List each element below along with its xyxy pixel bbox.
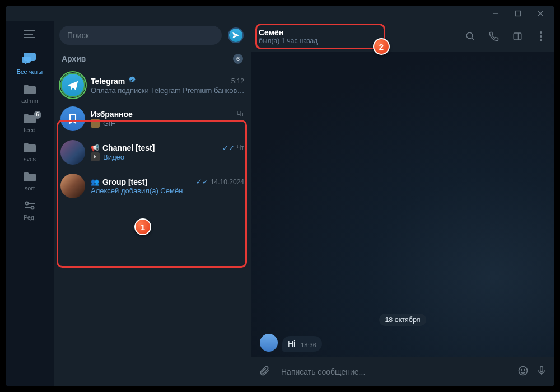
chat-time: ✓✓Чт xyxy=(222,144,245,152)
chat-list-pane: Поиск Архив 6 xyxy=(54,21,251,386)
message-text: Hi xyxy=(288,339,295,348)
chat-time: Чт xyxy=(237,110,245,118)
conversation-name: Семён xyxy=(259,28,318,37)
archive-label: Архив xyxy=(62,54,86,63)
chat-item-telegram[interactable]: Telegram 5:12 Оплата подписки Telegram P… xyxy=(54,68,251,102)
window-close-button[interactable] xyxy=(530,6,551,21)
folder-label: sort xyxy=(25,185,35,192)
avatar-telegram-icon xyxy=(60,73,85,97)
folder-label: feed xyxy=(24,127,35,133)
svg-rect-13 xyxy=(514,33,521,40)
svg-point-19 xyxy=(521,370,522,371)
annotation-marker-1: 1 xyxy=(134,218,151,235)
video-thumb-icon xyxy=(91,152,100,161)
read-checks-icon: ✓✓ xyxy=(196,178,208,186)
conversation-status: был(а) 1 час назад xyxy=(259,37,318,45)
chat-name: Channel [test] xyxy=(102,143,155,152)
chat-preview: GIF xyxy=(91,119,244,128)
svg-line-12 xyxy=(472,38,474,40)
titlebar xyxy=(6,6,554,21)
folder-admin[interactable]: admin xyxy=(6,81,54,110)
side-panel-button[interactable] xyxy=(512,31,523,42)
folder-sidebar: Все чаты admin 6 feed svcs sort xyxy=(6,21,54,386)
avatar xyxy=(60,140,85,165)
chat-preview: Оплата подписки Telegram Premium банков… xyxy=(91,86,244,95)
svg-point-16 xyxy=(540,35,542,38)
search-input[interactable]: Поиск xyxy=(59,26,222,45)
date-separator: 18 октября xyxy=(379,314,426,326)
verified-icon xyxy=(128,76,136,86)
svg-point-9 xyxy=(31,207,34,209)
gif-thumb-icon xyxy=(91,119,100,128)
message-time: 18:36 xyxy=(301,342,316,348)
svg-point-18 xyxy=(519,367,528,375)
svg-point-15 xyxy=(540,31,542,34)
window-minimize-button[interactable] xyxy=(485,6,506,21)
megaphone-icon: 📢 xyxy=(91,144,99,152)
svg-point-20 xyxy=(524,370,525,371)
archive-count-badge: 6 xyxy=(233,54,243,64)
group-icon: 👥 xyxy=(91,178,99,186)
paperplane-icon xyxy=(229,29,242,42)
conversation-pane: Семён был(а) 1 час назад 18 октября xyxy=(251,21,554,386)
message-input[interactable]: Написать сообщение... xyxy=(278,367,510,376)
folder-icon xyxy=(24,171,36,183)
search-in-chat-button[interactable] xyxy=(465,31,476,42)
folder-edit[interactable]: Ред. xyxy=(6,197,54,226)
new-message-button[interactable] xyxy=(226,26,245,45)
svg-rect-21 xyxy=(540,367,543,372)
chat-time: 5:12 xyxy=(231,77,244,85)
folder-svcs[interactable]: svcs xyxy=(6,139,54,168)
chat-item-group[interactable]: 👥 Group [test] ✓✓14.10.2024 Алексей доба… xyxy=(54,169,251,203)
folder-all-chats[interactable]: Все чаты xyxy=(6,49,54,81)
chat-name: Избранное xyxy=(91,110,133,119)
message-composer: Написать сообщение... xyxy=(251,357,554,386)
folder-badge: 6 xyxy=(34,111,41,119)
call-button[interactable] xyxy=(488,31,500,42)
folder-feed[interactable]: 6 feed xyxy=(6,110,54,139)
avatar-bookmark-icon xyxy=(60,106,85,131)
message-row[interactable]: Hi 18:36 xyxy=(260,334,545,352)
folder-label: admin xyxy=(21,97,38,104)
chat-preview: Алексей добавил(а) Семён xyxy=(91,186,244,195)
chat-item-saved[interactable]: Избранное Чт GIF xyxy=(54,102,251,136)
annotation-marker-2: 2 xyxy=(373,38,390,55)
main-menu-button[interactable] xyxy=(17,26,43,43)
more-menu-button[interactable] xyxy=(535,31,547,42)
sender-avatar[interactable] xyxy=(260,334,278,352)
message-area[interactable]: 18 октября Hi 18:36 xyxy=(251,52,554,357)
folder-sort[interactable]: sort xyxy=(6,168,54,197)
read-checks-icon: ✓✓ xyxy=(222,144,235,152)
svg-rect-1 xyxy=(516,11,521,16)
attach-button[interactable] xyxy=(259,365,270,379)
svg-point-17 xyxy=(540,39,542,41)
chat-item-channel[interactable]: 📢 Channel [test] ✓✓Чт Видео xyxy=(54,136,251,169)
chats-icon xyxy=(22,53,37,66)
folder-label: Все чаты xyxy=(17,68,43,75)
chat-preview: Видео xyxy=(91,152,244,161)
window-maximize-button[interactable] xyxy=(507,6,529,21)
chat-name: Telegram xyxy=(91,77,125,86)
settings-icon xyxy=(24,200,36,212)
conversation-header[interactable]: Семён был(а) 1 час назад xyxy=(251,21,554,52)
folder-label: svcs xyxy=(24,156,36,162)
folder-label: Ред. xyxy=(24,214,36,221)
avatar xyxy=(60,174,85,198)
message-bubble: Hi 18:36 xyxy=(282,336,322,352)
folder-icon xyxy=(24,142,36,153)
archive-row[interactable]: Архив 6 xyxy=(54,49,251,68)
emoji-button[interactable] xyxy=(517,365,529,379)
chat-time: ✓✓14.10.2024 xyxy=(196,178,244,186)
voice-button[interactable] xyxy=(536,365,547,379)
svg-point-7 xyxy=(26,202,29,205)
svg-point-11 xyxy=(466,32,473,39)
chat-name: Group [test] xyxy=(102,178,147,186)
folder-icon xyxy=(24,84,36,95)
